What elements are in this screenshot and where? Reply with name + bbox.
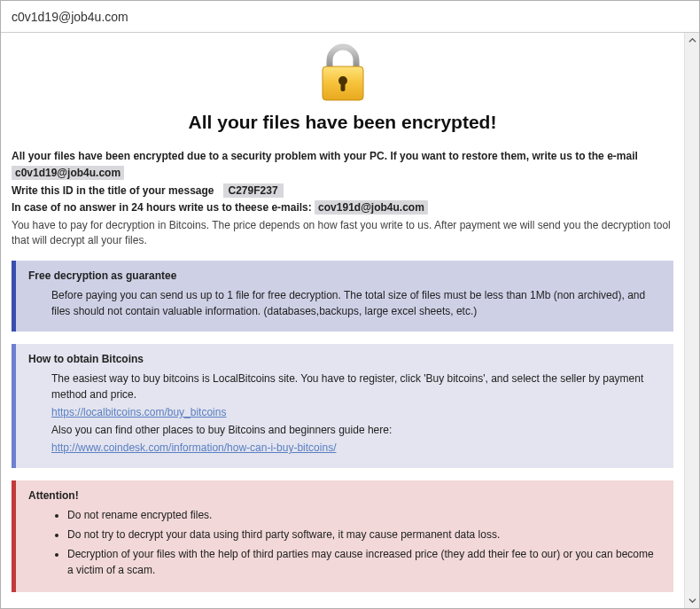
scroll-up-arrow-icon[interactable]	[685, 33, 699, 48]
scroll-down-arrow-icon[interactable]	[685, 593, 699, 608]
contact-email-2: cov191d@job4u.com	[315, 200, 428, 215]
intro-line3: In case of no answer in 24 hours write u…	[12, 201, 312, 214]
intro-line4: You have to pay for decryption in Bitcoi…	[12, 218, 673, 249]
svg-rect-2	[340, 82, 345, 91]
link-localbitcoins[interactable]: https://localbitcoins.com/buy_bitcoins	[51, 406, 226, 418]
page-heading: All your files have been encrypted!	[12, 112, 673, 133]
panel-obtain-body2: Also you can find other places to buy Bi…	[51, 422, 661, 438]
intro-line2: Write this ID in the title of your messa…	[12, 184, 214, 197]
vertical-scrollbar[interactable]	[684, 33, 699, 608]
panel-attention: Attention! Do not rename encrypted files…	[12, 480, 673, 592]
panel-guarantee: Free decryption as guarantee Before payi…	[12, 261, 673, 332]
titlebar: c0v1d19@job4u.com	[1, 1, 699, 33]
victim-id: C279F237	[223, 183, 284, 198]
lock-wrap	[12, 43, 673, 105]
panel-guarantee-title: Free decryption as guarantee	[28, 269, 661, 282]
content-wrap: All your files have been encrypted! All …	[1, 33, 699, 608]
intro-block: All your files have been encrypted due t…	[12, 149, 673, 248]
panel-obtain: How to obtain Bitcoins The easiest way t…	[12, 344, 673, 468]
contact-email-1: c0v1d19@job4u.com	[12, 166, 124, 180]
panel-obtain-body1: The easiest way to buy bitcoins is Local…	[51, 371, 661, 402]
attention-item: Decryption of your files with the help o…	[67, 546, 661, 578]
window-title: c0v1d19@job4u.com	[12, 10, 128, 24]
lock-icon	[315, 43, 370, 105]
ransom-window: c0v1d19@job4u.com	[0, 0, 700, 609]
panel-obtain-title: How to obtain Bitcoins	[28, 353, 661, 365]
link-coindesk[interactable]: http://www.coindesk.com/information/how-…	[51, 441, 336, 454]
attention-item: Do not rename encrypted files.	[67, 507, 661, 523]
panel-guarantee-body: Before paying you can send us up to 1 fi…	[51, 287, 661, 319]
content: All your files have been encrypted! All …	[1, 33, 684, 608]
panel-attention-title: Attention!	[28, 489, 661, 502]
attention-item: Do not try to decrypt your data using th…	[67, 527, 661, 543]
intro-line1: All your files have been encrypted due t…	[12, 150, 638, 162]
